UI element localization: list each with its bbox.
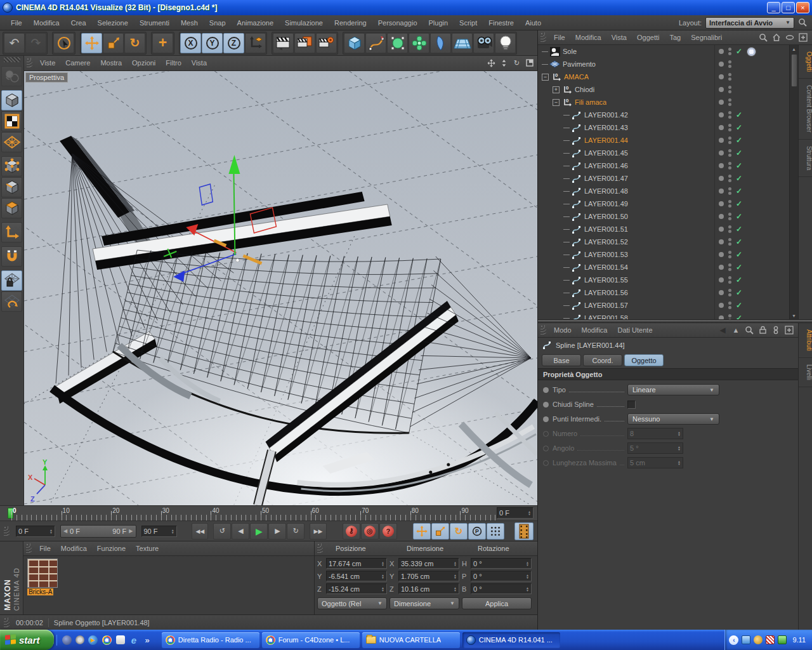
layer-dot-icon[interactable] <box>719 49 724 54</box>
object-row[interactable]: LAYER001.48 ✓ <box>538 185 789 197</box>
visibility-dots-icon[interactable] <box>728 48 731 55</box>
panel-grip[interactable] <box>540 325 546 335</box>
tray-collapse-icon[interactable]: ‹ <box>729 635 738 645</box>
spinner-arrows-icon[interactable]: ▲▼ <box>528 510 531 515</box>
scroll-up-icon[interactable]: ▲ <box>790 45 798 53</box>
layer-dot-icon[interactable] <box>719 100 724 105</box>
object-name[interactable]: AMACA <box>564 73 589 81</box>
record-keyframe-button[interactable]: ⚷ <box>343 523 360 540</box>
layer-dot-icon[interactable] <box>719 214 724 219</box>
layer-dot-icon[interactable] <box>719 74 724 79</box>
size-mode-dropdown[interactable]: Dimensione▼ <box>390 597 459 609</box>
visibility-dots-icon[interactable] <box>728 213 731 220</box>
layer-dot-icon[interactable] <box>719 227 724 232</box>
object-row[interactable]: LAYER001.51 ✓ <box>538 223 789 235</box>
menu-rendering[interactable]: Rendering <box>329 17 372 29</box>
menu-mesh[interactable]: Mesh <box>175 17 204 29</box>
object-name[interactable]: LAYER001.56 <box>584 289 628 296</box>
enable-check-icon[interactable]: ✓ <box>736 136 742 145</box>
animation-dot-icon[interactable] <box>543 460 549 466</box>
panel-grip[interactable] <box>317 543 323 554</box>
scrollbar-thumb[interactable] <box>791 54 797 87</box>
side-tab-livelli[interactable]: Livelli <box>799 358 812 387</box>
menu-aiuto[interactable]: Aiuto <box>520 17 547 29</box>
enable-check-icon[interactable]: ✓ <box>736 187 742 196</box>
layer-dot-icon[interactable] <box>719 125 724 130</box>
lunghezza-massima-field[interactable]: 5 cm▲▼ <box>627 457 683 468</box>
object-name[interactable]: LAYER001.50 <box>584 213 628 220</box>
edges-mode-button[interactable] <box>1 177 22 197</box>
enable-check-icon[interactable]: ✓ <box>736 161 742 170</box>
punti-intermedi--dropdown[interactable]: Nessuno▼ <box>627 413 719 425</box>
enable-check-icon[interactable]: ✓ <box>736 123 742 132</box>
redo-button[interactable]: ↷ <box>25 33 46 53</box>
numero-field[interactable]: 8▲▼ <box>627 428 683 439</box>
side-tab-oggetti[interactable]: Oggetti <box>799 45 812 79</box>
layer-dot-icon[interactable] <box>719 176 724 181</box>
menu-strumenti[interactable]: Strumenti <box>134 17 175 29</box>
visibility-dots-icon[interactable] <box>728 162 731 169</box>
object-name[interactable]: LAYER001.48 <box>584 187 628 195</box>
coordinate-rotazione-b-field[interactable]: 0 °▲▼ <box>471 583 532 594</box>
network-tray-icon[interactable] <box>742 635 750 644</box>
panel-grip[interactable] <box>4 526 10 536</box>
environment-objects-button[interactable] <box>452 33 473 53</box>
goto-end-button[interactable]: ▶▶ <box>310 523 326 540</box>
camera-objects-button[interactable] <box>473 33 494 53</box>
tab-base[interactable]: Base <box>542 354 581 366</box>
spinner-arrows-icon[interactable]: ▲▼ <box>454 561 457 566</box>
object-row[interactable]: LAYER001.47 ✓ <box>538 172 789 185</box>
material-name[interactable]: Bricks-A <box>27 588 53 595</box>
animation-dot-icon[interactable] <box>543 416 549 422</box>
menu-crea[interactable]: Crea <box>65 17 92 29</box>
object-name[interactable]: LAYER001.49 <box>584 200 628 208</box>
enable-check-icon[interactable]: ✓ <box>736 199 742 208</box>
position-mode-dropdown[interactable]: Oggetto (Rel▼ <box>317 597 387 609</box>
attribute-menu-dati-utente[interactable]: Dati Utente <box>613 324 658 336</box>
side-tab-content-browser[interactable]: Content Browser <box>799 79 812 139</box>
attribute-menu-modo[interactable]: Modo <box>549 324 577 336</box>
viewport-3d-scene[interactable]: XYZ Prospettiva <box>24 71 537 505</box>
menu-personaggio[interactable]: Personaggio <box>372 17 423 29</box>
enable-check-icon[interactable]: ✓ <box>736 275 742 284</box>
maximize-button[interactable]: □ <box>782 2 795 13</box>
material-thumbnail-bricks[interactable] <box>27 559 58 588</box>
side-tab-attributi[interactable]: Attributi <box>799 323 812 358</box>
start-button[interactable]: start <box>0 630 54 650</box>
rotate-tool-button[interactable]: ↻ <box>124 33 145 53</box>
preview-range-slider[interactable]: ◀0 F90 F▶ <box>60 525 136 538</box>
layer-dot-icon[interactable] <box>719 290 724 295</box>
object-menu-oggetti[interactable]: Oggetti <box>632 32 664 43</box>
object-row[interactable]: − 0 Fili amaca <box>538 96 789 109</box>
enable-check-icon[interactable]: ✓ <box>736 174 742 183</box>
object-row[interactable]: LAYER001.54 ✓ <box>538 261 789 274</box>
visibility-dots-icon[interactable] <box>728 60 731 68</box>
lock-z-axis-button[interactable]: Z <box>223 33 244 53</box>
animation-dot-icon[interactable] <box>543 402 549 408</box>
object-name[interactable]: LAYER001.45 <box>584 149 628 157</box>
layer-dot-icon[interactable] <box>719 150 724 156</box>
eye-icon[interactable] <box>785 32 795 43</box>
layer-dot-icon[interactable] <box>719 62 724 67</box>
enable-check-icon[interactable]: ✓ <box>736 301 742 310</box>
lock-x-axis-button[interactable]: X <box>180 33 201 53</box>
minimize-button[interactable]: _ <box>767 2 780 13</box>
render-picture-viewer-button[interactable] <box>294 33 315 53</box>
viewport-menu-opzioni[interactable]: Opzioni <box>127 57 160 69</box>
visibility-dots-icon[interactable] <box>728 111 731 119</box>
object-name[interactable]: LAYER001.53 <box>584 251 628 258</box>
visibility-dots-icon[interactable] <box>728 238 731 246</box>
timeline-ruler[interactable]: 0102030405060708090 0 F ▲▼ <box>0 505 537 521</box>
layer-dot-icon[interactable] <box>719 87 724 92</box>
object-row[interactable]: LAYER001.53 ✓ <box>538 248 789 261</box>
spinner-arrows-icon[interactable]: ▲▼ <box>526 574 529 579</box>
light-objects-button[interactable] <box>495 33 516 53</box>
animation-dot-icon[interactable] <box>543 431 549 437</box>
search-icon[interactable] <box>744 325 754 335</box>
end-frame-field[interactable]: 90 F▲▼ <box>141 526 177 537</box>
layout-dropdown[interactable]: Interfaccia di Avvio ▼ <box>705 17 794 29</box>
object-row[interactable]: LAYER001.44 ✓ <box>538 134 789 147</box>
layer-dot-icon[interactable] <box>719 315 724 319</box>
spinner-arrows-icon[interactable]: ▲▼ <box>454 574 457 579</box>
layer-dot-icon[interactable] <box>719 239 724 244</box>
